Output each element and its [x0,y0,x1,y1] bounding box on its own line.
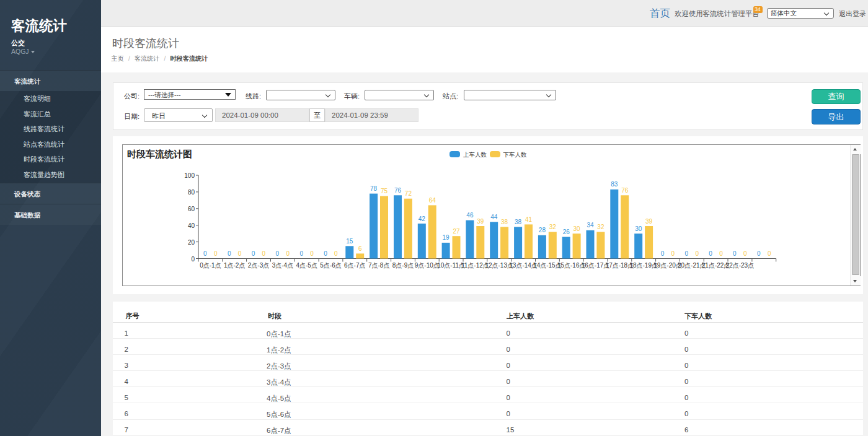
svg-text:0: 0 [191,256,195,263]
svg-text:72: 72 [405,190,412,197]
svg-text:83: 83 [611,181,618,188]
svg-text:0: 0 [661,250,665,257]
svg-text:41: 41 [525,216,533,223]
svg-text:0: 0 [671,250,675,257]
svg-text:4点-5点: 4点-5点 [296,262,317,269]
svg-text:38: 38 [515,219,522,225]
svg-text:6: 6 [358,245,362,252]
svg-text:78: 78 [370,185,378,192]
svg-text:30: 30 [574,225,581,232]
svg-text:15: 15 [346,238,353,245]
svg-text:32: 32 [549,224,557,230]
svg-text:1点-2点: 1点-2点 [224,262,245,269]
svg-text:27: 27 [453,228,460,235]
svg-text:0: 0 [299,250,303,257]
svg-text:0: 0 [286,250,290,257]
svg-text:30: 30 [635,225,642,232]
svg-text:32: 32 [597,224,604,230]
svg-text:0: 0 [252,250,255,257]
svg-text:28: 28 [539,227,546,233]
svg-text:0: 0 [324,250,327,257]
svg-text:0: 0 [733,250,737,257]
svg-text:100: 100 [184,172,195,179]
svg-text:0: 0 [214,250,218,257]
svg-text:76: 76 [394,187,402,194]
svg-text:42: 42 [418,216,426,222]
svg-text:39: 39 [645,218,653,225]
svg-text:6点-7点: 6点-7点 [344,262,365,269]
svg-text:0: 0 [743,250,747,257]
svg-text:0: 0 [685,250,689,257]
svg-text:20: 20 [188,239,195,246]
svg-text:2点-3点: 2点-3点 [248,262,269,269]
svg-text:40: 40 [188,222,195,229]
svg-text:19: 19 [443,234,450,241]
svg-text:80: 80 [188,189,195,196]
svg-text:5点-6点: 5点-6点 [320,262,341,269]
svg-text:0: 0 [238,250,242,257]
svg-text:26: 26 [563,229,570,235]
svg-text:75: 75 [381,188,388,194]
svg-text:60: 60 [188,206,195,212]
svg-text:44: 44 [490,214,498,220]
svg-text:39: 39 [477,218,484,225]
svg-text:64: 64 [429,197,436,204]
svg-text:0: 0 [695,250,699,257]
svg-text:38: 38 [501,219,508,225]
svg-text:22点-23点: 22点-23点 [726,262,755,269]
svg-text:0: 0 [709,250,712,257]
svg-text:0: 0 [203,250,207,257]
svg-text:0: 0 [719,250,723,257]
svg-text:0: 0 [228,250,231,257]
svg-text:46: 46 [466,212,474,219]
svg-text:0: 0 [276,250,280,257]
svg-text:7点-8点: 7点-8点 [368,262,389,269]
svg-text:0: 0 [757,250,761,257]
svg-text:0: 0 [310,250,314,257]
svg-text:8点-9点: 8点-9点 [392,262,414,269]
svg-text:0: 0 [768,250,771,257]
svg-text:34: 34 [587,222,594,229]
svg-text:3点-4点: 3点-4点 [272,262,293,269]
svg-text:9点-10点: 9点-10点 [415,262,440,269]
svg-text:76: 76 [621,187,629,194]
svg-text:0点-1点: 0点-1点 [200,262,221,269]
svg-text:0: 0 [334,250,338,257]
svg-text:0: 0 [262,250,266,257]
